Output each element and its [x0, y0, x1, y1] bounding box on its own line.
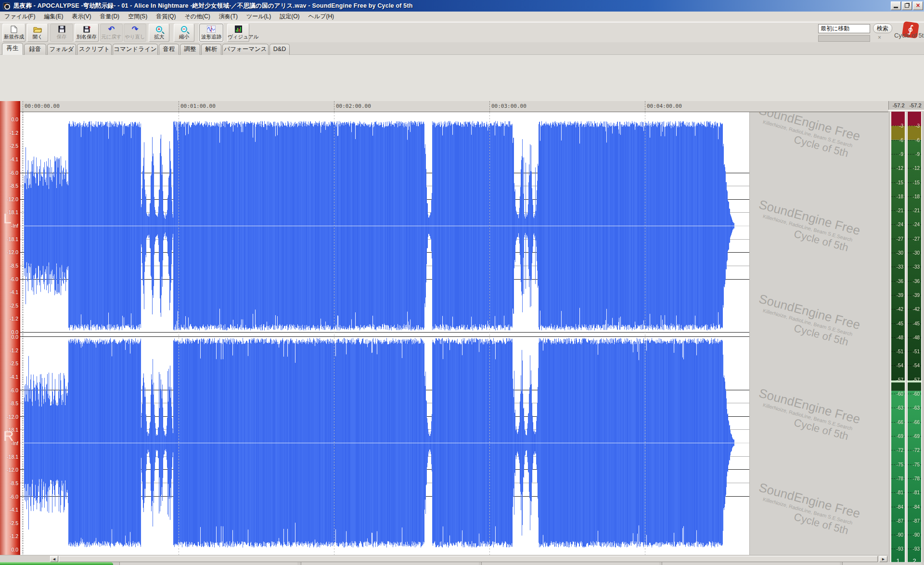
menu-item[interactable]: ツール(L): [242, 12, 275, 22]
taskbar-item[interactable]: [119, 562, 297, 565]
redo-arrow-icon: ↷: [124, 25, 146, 34]
toolbar-button-label: 別名保存: [75, 34, 98, 40]
ruler-time-label: 00:04:00.00: [647, 103, 682, 109]
db-scale-label: -12.0: [7, 249, 18, 255]
scroll-left-icon[interactable]: ◀: [50, 556, 58, 562]
tab-再生[interactable]: 再生: [2, 43, 23, 55]
db-scale-label: -6.0: [10, 387, 18, 393]
toolbar-button-label: 開く: [27, 34, 48, 40]
toolbar-button-label: 元に戻す: [101, 34, 122, 40]
taskbar-strip: [0, 562, 924, 565]
ruler-time-label: 00:01:00.00: [180, 103, 216, 109]
db-scale-label: -Inf: [11, 223, 18, 229]
menu-item[interactable]: 演奏(T): [215, 12, 242, 22]
clear-icon[interactable]: ×: [878, 34, 881, 41]
db-scale-label: -2.5: [10, 303, 18, 308]
tab-フォルダ[interactable]: フォルダ: [47, 44, 76, 55]
app-icon: [3, 2, 10, 10]
db-scale-label: -6.0: [10, 276, 18, 282]
save-as-floppy-icon: ?: [75, 25, 98, 34]
tab-スクリプト[interactable]: スクリプト: [77, 44, 112, 55]
ruler-tick: [645, 101, 645, 112]
menu-item[interactable]: 表示(V): [67, 12, 95, 22]
toolbar-button-undo-arrow: ↶元に戻す: [100, 24, 123, 42]
watermark-text: SoundEngine FreeKillerNoize, RadioLine, …: [753, 291, 887, 357]
menu-item[interactable]: 空間(S): [124, 12, 152, 22]
menu-item[interactable]: 音量(D): [95, 12, 124, 22]
scroll-right-icon[interactable]: ▶: [879, 556, 887, 562]
watermark-text: SoundEngine FreeKillerNoize, RadioLine, …: [753, 197, 887, 263]
toolbar-button-save-as-floppy[interactable]: ?別名保存: [75, 24, 99, 42]
db-scale-label: -2.5: [10, 520, 18, 526]
new-file-icon: [3, 25, 25, 34]
horizontal-scrollbar[interactable]: ◀ ▶: [0, 555, 888, 562]
toolbar-button-open-folder[interactable]: 開く: [27, 24, 48, 42]
toolbar-button-label: 保存: [51, 34, 73, 40]
channel-letter-R: R: [3, 428, 14, 444]
visual-icon: [228, 25, 249, 34]
db-scale-label: -4.1: [10, 507, 18, 513]
db-scale-label: -1.2: [10, 533, 18, 539]
toolbar-button-redo-arrow: ↷やり直し: [124, 24, 146, 42]
undo-arrow-icon: ↶: [101, 25, 122, 34]
waveform-canvas[interactable]: [20, 112, 749, 555]
ruler-tick: [23, 101, 23, 112]
toolbar-button-new-file[interactable]: 新規作成: [2, 24, 26, 42]
tab-パフォーマンス[interactable]: パフォーマンス: [222, 44, 269, 55]
tab-調整[interactable]: 調整: [180, 44, 200, 55]
menu-item[interactable]: 音質(Q): [152, 12, 180, 22]
menu-item[interactable]: ヘルプ(H): [304, 12, 339, 22]
tab-D&D[interactable]: D&D: [270, 44, 290, 55]
taskbar-item[interactable]: [481, 562, 659, 565]
toolbar-button-visual[interactable]: ヴィジュアル: [227, 24, 249, 42]
restore-button[interactable]: [902, 1, 912, 10]
db-scale-label: -1.2: [10, 316, 18, 321]
menu-item[interactable]: 設定(O): [275, 12, 304, 22]
db-scale-label: -4.1: [10, 289, 18, 295]
svg-text:?: ?: [88, 26, 90, 30]
taskbar-item[interactable]: [842, 562, 922, 565]
channel-letter-L: L: [3, 210, 12, 227]
start-button[interactable]: [0, 562, 113, 565]
tab-コマンドライン[interactable]: コマンドライン: [113, 44, 158, 55]
meter-header-left: -57.2: [890, 103, 907, 108]
db-scale-label: -6.0: [10, 494, 18, 500]
db-scale-label: -8.5: [10, 400, 18, 406]
window-title: 黒夜葬 - APOCALYPSE -穹劫黙示録- - 01 - Alice In…: [13, 2, 413, 10]
toolbar-button-zoom-in[interactable]: +拡大: [149, 24, 169, 42]
taskbar-item[interactable]: [662, 562, 840, 565]
tab-音程[interactable]: 音程: [159, 44, 179, 55]
db-scale-label: -4.1: [10, 156, 18, 162]
db-scale-label: -12.0: [7, 414, 18, 420]
search-button[interactable]: 検索: [873, 24, 892, 33]
db-scale-label: 0.0: [11, 547, 18, 552]
toolbar-button-label: 波形追跡: [200, 34, 223, 40]
toolbar: 新規作成開く保存?別名保存↶元に戻す↷やり直し+拡大−縮小波形追跡ヴィジュアル: [0, 22, 924, 42]
tab-解析[interactable]: 解析: [201, 44, 221, 55]
tab-bar: 再生録音フォルダスクリプトコマンドライン音程調整解析パフォーマンスD&D: [0, 42, 924, 55]
open-folder-icon: [27, 25, 48, 34]
save-floppy-icon: [51, 25, 73, 34]
toolbar-button-wave-track[interactable]: 波形追跡: [199, 24, 223, 42]
goto-combobox[interactable]: [818, 24, 870, 33]
ruler-time-label: 00:00:00.00: [25, 103, 60, 109]
close-button[interactable]: ×: [913, 1, 923, 10]
menu-item[interactable]: 編集(E): [39, 12, 67, 22]
toolbar-button-zoom-out[interactable]: −縮小: [174, 24, 194, 42]
menu-item[interactable]: ファイル(F): [0, 12, 39, 22]
minimize-button[interactable]: [891, 1, 901, 10]
timeline-ruler[interactable]: 00:00:00.0000:01:00.0000:02:00.0000:03:0…: [20, 101, 888, 112]
tab-録音[interactable]: 録音: [24, 44, 46, 55]
scrollbar-thumb[interactable]: [59, 556, 878, 562]
db-scale-label: -12.0: [7, 467, 18, 473]
ruler-tick: [489, 101, 490, 112]
db-scale-label: -8.5: [10, 480, 18, 486]
secondary-input[interactable]: [818, 35, 870, 42]
menu-item[interactable]: その他(C): [180, 12, 214, 22]
playback-control-panel: 00:00:00.000 ↻ 再生 デバイス SB X-Fi Audi▼ 始 0…: [0, 55, 924, 101]
db-scale-label: -6.0: [10, 170, 18, 176]
taskbar-item[interactable]: [301, 562, 479, 565]
db-scale-label: -1.2: [10, 130, 18, 136]
db-scale-label: -18.1: [7, 454, 18, 460]
db-scale-label: -8.5: [10, 263, 18, 269]
